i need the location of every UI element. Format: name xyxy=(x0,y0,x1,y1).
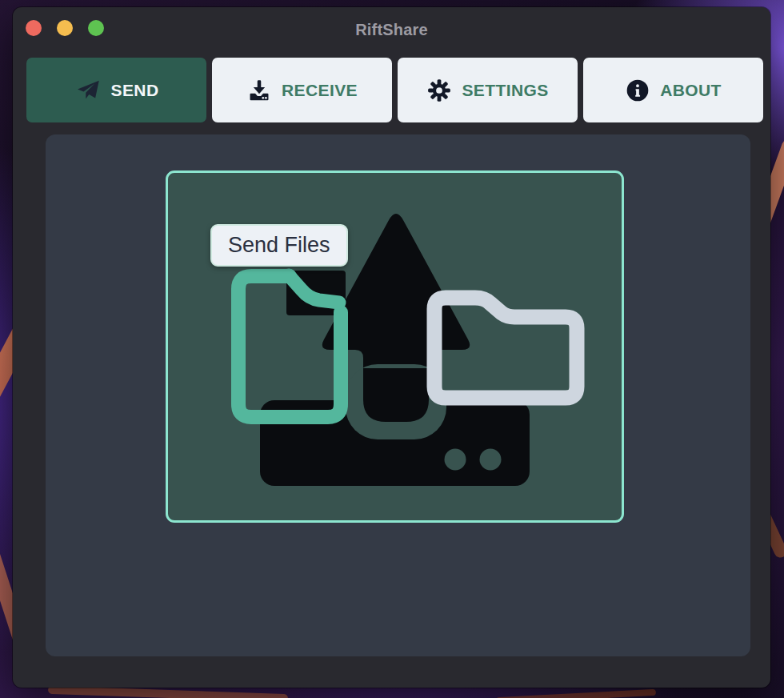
gear-icon xyxy=(426,78,452,103)
titlebar: RiftShare xyxy=(13,7,770,52)
send-files-button[interactable]: Send Files xyxy=(210,224,348,267)
tab-receive[interactable]: RECEIVE xyxy=(212,58,392,122)
tab-label: SEND xyxy=(111,81,159,100)
drive-icon xyxy=(260,364,530,486)
download-icon xyxy=(246,78,272,103)
send-content-panel: Send Files xyxy=(46,134,750,656)
paper-plane-icon xyxy=(74,78,102,102)
send-files-dropzone[interactable]: Send Files xyxy=(166,170,624,523)
tab-send[interactable]: SEND xyxy=(26,58,206,122)
window-title: RiftShare xyxy=(13,21,770,39)
tab-label: RECEIVE xyxy=(282,81,358,100)
wallpaper-streak xyxy=(496,689,656,698)
tab-about[interactable]: ABOUT xyxy=(583,58,763,122)
traffic-lights xyxy=(26,20,104,36)
info-icon xyxy=(625,78,650,103)
wallpaper-streak xyxy=(48,686,288,698)
tab-label: SETTINGS xyxy=(462,81,548,100)
tab-bar: SEND RECEIVE xyxy=(26,58,763,122)
app-window: RiftShare SEND RECEIVE xyxy=(13,7,770,688)
upload-illustration xyxy=(166,170,624,523)
close-button[interactable] xyxy=(26,20,42,36)
tab-label: ABOUT xyxy=(660,81,722,100)
tab-settings[interactable]: SETTINGS xyxy=(398,58,578,122)
zoom-button[interactable] xyxy=(88,20,104,36)
minimize-button[interactable] xyxy=(57,20,73,36)
